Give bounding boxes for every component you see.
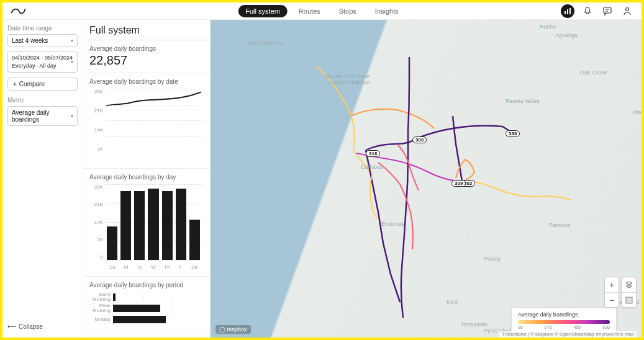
metric-value: Average daily boardings [12,109,71,123]
by-day-label: Average daily boardings by day [89,174,204,181]
map-attribution: Transitland | © Mapbox © OpenStreetMap I… [499,331,637,338]
page-title: Full system [83,20,210,40]
route-badge[interactable]: 306 [412,136,427,143]
main-nav: Full system Routes Stops Insights [238,5,406,17]
svg-rect-0 [565,11,566,14]
metric-label: Metric [7,97,78,104]
map-layer-controls [622,277,637,308]
kpi-value: 22,857 [89,53,204,68]
route-badge[interactable]: 309 [451,180,466,187]
map-legend: Average daily boardings 90270450630 [511,307,617,334]
route-badge[interactable]: 388 [506,130,520,137]
chevron-down-icon: ▾ [71,114,73,119]
mapbox-logo: ◯ mapbox [215,325,251,334]
map-zoom-controls: + − [604,277,619,308]
zoom-in-button[interactable]: + [605,277,619,292]
chevron-down-icon: ▾ [71,38,73,43]
bell-icon[interactable] [581,4,594,18]
svg-rect-2 [569,8,571,14]
daterange-label: Date-time range [7,25,78,32]
nav-routes[interactable]: Routes [291,5,328,17]
metric-select[interactable]: Average daily boardings ▾ [7,106,78,126]
by-period-label: Average daily boardings by period [89,282,204,289]
route-badge[interactable]: 318 [366,150,380,157]
plus-icon: + [13,81,17,87]
collapse-button[interactable]: ⟵ Collapse [7,321,78,333]
legend-title: Average daily boardings [518,311,610,318]
daterange-preset-select[interactable]: Last 4 weeks ▾ [7,34,78,47]
route-lines [211,20,642,338]
legend-gradient [518,320,610,324]
map-style-button[interactable] [622,277,636,292]
daterange-text: 04/10/2024 - 05/07/2024 [12,54,73,62]
user-icon[interactable] [620,4,634,18]
arrow-left-icon: ⟵ [7,323,16,330]
nav-stops[interactable]: Stops [332,5,364,17]
svg-point-4 [626,7,629,11]
daterange-detail-select[interactable]: 04/10/2024 - 05/07/2024 Everyday · All d… [7,51,78,73]
kpi-label: Average daily boardings [89,45,204,52]
collapse-label: Collapse [19,323,43,330]
compare-label: Compare [19,81,45,87]
daterange-sub: Everyday · All day [12,62,73,70]
map-satellite-button[interactable] [622,292,636,307]
nav-insights[interactable]: Insights [368,5,406,17]
svg-rect-5 [626,297,632,303]
app-logo [10,5,26,17]
daterange-preset-value: Last 4 weeks [12,37,48,44]
zoom-out-button[interactable]: − [605,292,619,307]
by-date-label: Average daily boardings by date [89,78,204,85]
compare-button[interactable]: + Compare [7,78,78,91]
map-canvas[interactable]: San ClementeRachoAguangaOak GrovePauma V… [211,20,642,338]
chevron-down-icon: ▾ [71,58,73,65]
boardings-by-day-chart: 28K21K14K7K0 SuMTuWThFSa [89,184,204,271]
svg-rect-3 [604,7,611,13]
analytics-icon[interactable] [561,4,574,18]
chat-icon[interactable] [601,4,614,18]
boardings-by-date-chart: 28K21K14K7K [89,89,204,163]
improve-map-link[interactable]: Improve this map [596,331,634,337]
svg-rect-1 [567,9,568,14]
nav-full-system[interactable]: Full system [238,5,288,17]
boardings-by-period-chart: EarlyMorningPeakMorningMidday [89,292,204,324]
